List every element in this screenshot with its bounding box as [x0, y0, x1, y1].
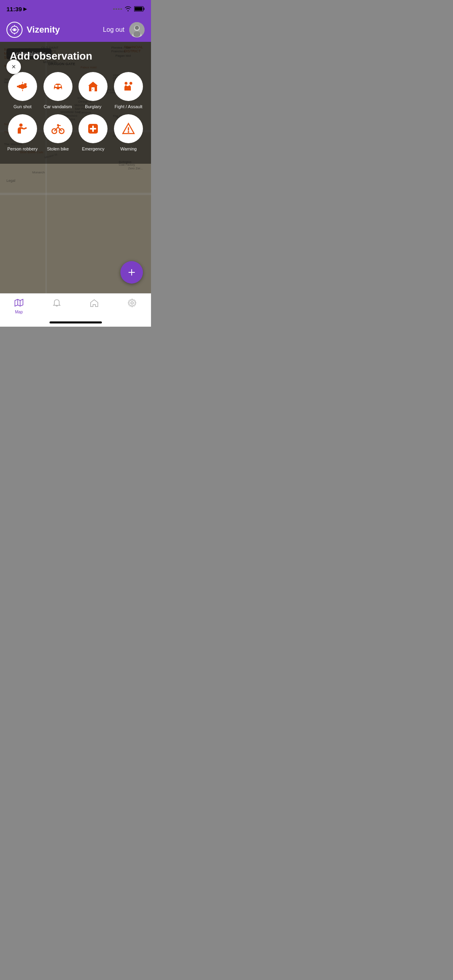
obs-label-warning: Warning: [120, 146, 137, 152]
obs-item-gun-shot[interactable]: Gun shot: [6, 72, 39, 109]
obs-label-burglary: Burglary: [85, 104, 101, 109]
svg-point-13: [133, 31, 141, 37]
obs-circle-person-robbery: [8, 114, 37, 143]
svg-point-35: [128, 131, 129, 133]
obs-circle-car-vandalism: [43, 72, 72, 101]
wifi-icon: [124, 6, 132, 12]
close-icon: ×: [12, 63, 16, 71]
observation-title: Add observation: [10, 50, 145, 62]
obs-circle-emergency: [79, 114, 108, 143]
add-fab-button[interactable]: [120, 261, 143, 284]
fight-assault-icon: [121, 79, 136, 94]
gun-shot-icon: [15, 79, 30, 94]
obs-item-warning[interactable]: Warning: [112, 114, 145, 152]
svg-point-27: [19, 124, 23, 127]
battery-icon: [134, 6, 145, 12]
obs-item-burglary[interactable]: Burglary: [77, 72, 110, 109]
obs-label-stolen-bike: Stolen bike: [47, 146, 68, 152]
obs-item-car-vandalism[interactable]: Car vandalism: [42, 72, 74, 109]
obs-circle-stolen-bike: [43, 114, 72, 143]
svg-rect-20: [59, 88, 62, 90]
tab-home[interactable]: [76, 297, 114, 310]
emergency-icon: [86, 121, 100, 136]
svg-rect-34: [128, 127, 129, 131]
svg-point-12: [135, 26, 139, 30]
tab-settings-icon: [127, 298, 137, 308]
obs-label-gun-shot: Gun shot: [14, 104, 32, 109]
svg-rect-22: [58, 85, 61, 87]
svg-point-26: [130, 82, 132, 85]
svg-point-25: [125, 82, 128, 85]
time-display: 11:39: [6, 6, 22, 12]
obs-circle-burglary: [79, 72, 108, 101]
obs-item-stolen-bike[interactable]: Stolen bike: [42, 114, 74, 152]
header-actions: Log out: [103, 22, 145, 37]
car-vandalism-icon: [51, 79, 65, 94]
svg-rect-37: [128, 272, 135, 273]
obs-label-emergency: Emergency: [82, 146, 105, 152]
svg-rect-33: [90, 128, 96, 130]
logout-button[interactable]: Log out: [103, 26, 124, 33]
obs-label-person-robbery: Person robbery: [7, 146, 37, 152]
burglary-icon: [86, 79, 100, 94]
obs-item-emergency[interactable]: Emergency: [77, 114, 110, 152]
svg-rect-2: [144, 8, 145, 10]
obs-label-fight-assault: Fight / Assault: [115, 104, 143, 109]
status-icons: [113, 6, 145, 12]
tab-map-icon: [14, 298, 24, 308]
obs-circle-gun-shot: [8, 72, 37, 101]
map-view[interactable]: OLD SAINTMARY'SCATHEDRAL+ CHINESEMISSION…: [0, 42, 151, 293]
svg-point-40: [131, 302, 133, 304]
status-time: 11:39 ▶: [6, 6, 27, 12]
observation-panel: Add observation Gun shot: [0, 42, 151, 164]
signal-icon: [113, 8, 122, 10]
obs-circle-fight-assault: [114, 72, 143, 101]
obs-circle-warning: [114, 114, 143, 143]
warning-icon: [121, 121, 136, 136]
app-logo: [6, 22, 23, 38]
tab-map[interactable]: Map: [0, 297, 38, 314]
svg-point-30: [57, 124, 59, 126]
svg-rect-1: [135, 7, 143, 11]
tab-settings[interactable]: [113, 297, 151, 310]
tab-map-label: Map: [15, 310, 23, 314]
obs-label-car-vandalism: Car vandalism: [43, 104, 72, 109]
svg-point-4: [14, 29, 16, 31]
status-bar: 11:39 ▶: [0, 0, 151, 18]
observation-grid: Gun shot Car vandalism: [6, 72, 145, 152]
person-robbery-icon: [15, 121, 30, 136]
svg-point-18: [22, 86, 23, 87]
svg-rect-21: [55, 85, 58, 87]
user-avatar[interactable]: [129, 22, 145, 37]
tab-alerts[interactable]: [38, 297, 76, 310]
stolen-bike-icon: [51, 121, 65, 136]
tab-home-icon: [89, 298, 99, 308]
tab-alerts-icon: [52, 298, 62, 308]
location-icon: ▶: [23, 6, 27, 12]
obs-item-person-robbery[interactable]: Person robbery: [6, 114, 39, 152]
app-header: Vizenity Log out: [0, 18, 151, 42]
obs-item-fight-assault[interactable]: Fight / Assault: [112, 72, 145, 109]
close-button[interactable]: ×: [6, 60, 21, 74]
svg-rect-19: [54, 88, 57, 90]
header-brand: Vizenity: [6, 22, 60, 38]
svg-rect-16: [24, 83, 27, 85]
app-name: Vizenity: [27, 25, 60, 35]
home-indicator: [50, 321, 102, 323]
svg-point-24: [92, 89, 93, 90]
